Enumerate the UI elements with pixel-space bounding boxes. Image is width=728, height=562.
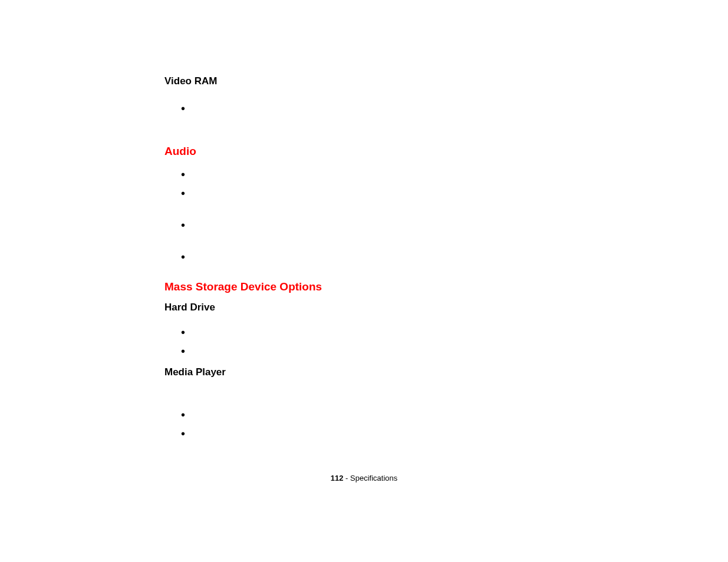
bullet-icon: • (181, 409, 542, 421)
mass-storage-heading: Mass Storage Device Options (164, 280, 542, 293)
page-container: Video RAM • Audio • • • • Mass Storage D… (0, 0, 728, 562)
page-footer: 112 - Specifications (0, 474, 728, 482)
content-area: Video RAM • Audio • • • • Mass Storage D… (164, 75, 542, 439)
media-player-heading: Media Player (164, 366, 542, 378)
video-ram-bullets: • (181, 103, 542, 114)
audio-heading: Audio (164, 145, 542, 158)
hard-drive-heading: Hard Drive (164, 302, 542, 313)
audio-bullets: • • • • (181, 168, 542, 263)
bullet-icon: • (181, 326, 542, 338)
bullet-icon: • (181, 219, 542, 231)
footer-title: Specifications (350, 474, 397, 482)
footer-separator: - (343, 474, 350, 482)
bullet-icon: • (181, 251, 542, 263)
page-number: 112 (331, 474, 344, 482)
bullet-icon: • (181, 168, 542, 180)
bullet-icon: • (181, 187, 542, 199)
media-player-bullets: • • (181, 409, 542, 439)
bullet-icon: • (181, 103, 542, 114)
bullet-icon: • (181, 345, 542, 357)
video-ram-heading: Video RAM (164, 75, 542, 87)
hard-drive-bullets: • • (181, 326, 542, 357)
bullet-icon: • (181, 428, 542, 439)
